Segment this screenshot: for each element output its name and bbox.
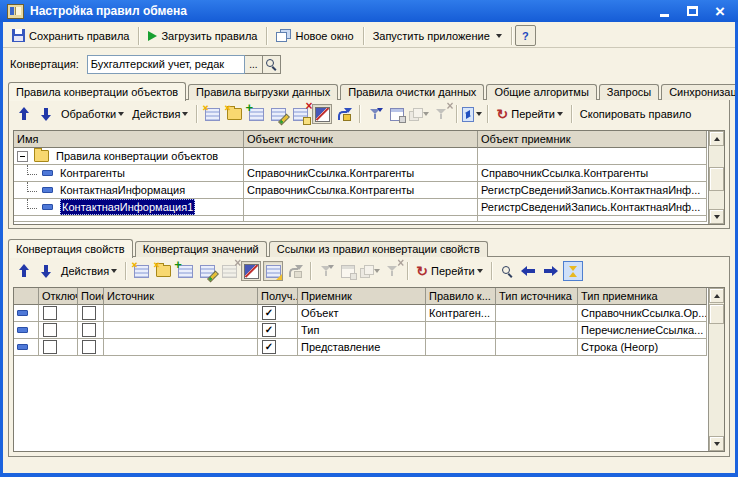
save-rules-button[interactable]: Сохранить правила — [6, 25, 135, 47]
disable-checkbox[interactable] — [43, 306, 57, 320]
conversion-row: Конвертация: ... — [10, 53, 729, 75]
copy-filter-button[interactable] — [409, 104, 429, 124]
move-down-button[interactable] — [36, 104, 56, 124]
column-header-target-object[interactable]: Объект приемник — [478, 131, 707, 148]
column-header-marker[interactable] — [14, 288, 39, 305]
property-row[interactable]: ✓ Представление Строка (Неогр) — [14, 339, 708, 356]
actions-menu-button[interactable]: Действия — [129, 107, 191, 121]
tab-common-algorithms[interactable]: Общие алгоритмы — [486, 84, 596, 100]
processings-menu-button[interactable]: Обработки — [58, 107, 127, 121]
conversion-input[interactable] — [87, 55, 245, 74]
table-row-selected[interactable]: КонтактнаяИнформация1 РегистрСведенийЗап… — [14, 199, 708, 216]
actions-menu-button[interactable]: Действия — [58, 264, 120, 278]
scrollbar-thumb[interactable] — [709, 304, 724, 324]
back-button[interactable] — [519, 261, 539, 281]
filter-settings-button[interactable] — [338, 261, 358, 281]
tree-collapse-icon[interactable] — [17, 151, 28, 162]
search-checkbox[interactable] — [82, 323, 96, 337]
tab-synchronization[interactable]: Синхронизация — [661, 84, 735, 100]
table-row[interactable]: Правила конвертации объектов — [14, 148, 708, 165]
arrow-up-icon — [18, 264, 31, 278]
maximize-button[interactable] — [681, 2, 703, 20]
arrow-left-icon — [521, 265, 536, 277]
search-checkbox[interactable] — [82, 306, 96, 320]
search-button[interactable] — [497, 261, 517, 281]
conversion-browse-button[interactable]: ... — [245, 55, 263, 74]
mark-deletion-toggle-button[interactable] — [241, 261, 261, 281]
sort-filter-icon — [320, 265, 333, 278]
column-header-disable[interactable]: Отключи... — [39, 288, 78, 305]
copy-filter-button[interactable] — [360, 261, 380, 281]
title-bar[interactable]: Настройка правил обмена — [0, 0, 738, 22]
scroll-down-button[interactable] — [709, 209, 724, 224]
column-header-receiver[interactable]: Приемник — [298, 288, 426, 305]
tab-data-export-rules[interactable]: Правила выгрузки данных — [188, 84, 338, 100]
delete-item-button[interactable] — [219, 261, 239, 281]
edit-item-button[interactable] — [268, 104, 288, 124]
column-header-source[interactable]: Источник — [104, 288, 258, 305]
receive-checkbox[interactable]: ✓ — [262, 306, 276, 320]
receive-checkbox[interactable]: ✓ — [262, 340, 276, 354]
column-header-name[interactable]: Имя — [14, 131, 244, 148]
sort-filter-button[interactable] — [365, 104, 385, 124]
property-row[interactable]: ✓ Тип ПеречислениеСсылка... — [14, 322, 708, 339]
scroll-up-button[interactable] — [709, 288, 724, 303]
sort-filter-button[interactable] — [316, 261, 336, 281]
sort-order-button[interactable] — [263, 261, 283, 281]
scroll-down-button[interactable] — [709, 436, 724, 451]
add-group-button[interactable] — [131, 261, 151, 281]
disable-checkbox[interactable] — [43, 323, 57, 337]
column-header-rule[interactable]: Правило к... — [426, 288, 496, 305]
scroll-up-button[interactable] — [709, 131, 724, 146]
exchange-button[interactable] — [462, 104, 482, 124]
add-item-button[interactable] — [246, 104, 266, 124]
run-application-button[interactable]: Запустить приложение — [367, 25, 508, 47]
add-folder-button[interactable] — [224, 104, 244, 124]
clear-filter-button[interactable] — [382, 261, 402, 281]
load-rules-button[interactable]: Загрузить правила — [142, 25, 263, 47]
tab-data-clearing-rules[interactable]: Правила очистки данных — [340, 84, 484, 100]
mark-deletion-toggle-button[interactable] — [312, 104, 332, 124]
add-item-button[interactable] — [175, 261, 195, 281]
tab-object-conversion-rules[interactable]: Правила конвертации объектов — [8, 82, 186, 101]
move-item-button[interactable] — [285, 261, 305, 281]
column-header-search[interactable]: Поиск — [78, 288, 104, 305]
minimize-button[interactable] — [653, 2, 675, 20]
table-row[interactable]: Контрагенты СправочникСсылка.Контрагенты… — [14, 165, 708, 182]
property-row[interactable]: ✓ Объект Контраген... СправочникСсылка.О… — [14, 305, 708, 322]
move-up-button[interactable] — [14, 261, 34, 281]
go-menu-button[interactable]: Перейти — [413, 263, 485, 279]
close-button[interactable] — [709, 2, 731, 20]
disable-checkbox[interactable] — [43, 340, 57, 354]
scrollbar-thumb[interactable] — [709, 167, 724, 191]
tab-queries[interactable]: Запросы — [599, 84, 659, 100]
delete-item-button[interactable] — [290, 104, 310, 124]
edit-item-button[interactable] — [197, 261, 217, 281]
column-header-source-object[interactable]: Объект источник — [244, 131, 478, 148]
vertical-scrollbar[interactable] — [708, 131, 724, 224]
move-up-button[interactable] — [14, 104, 34, 124]
receive-checkbox[interactable]: ✓ — [262, 323, 276, 337]
column-header-target-type[interactable]: Тип приемника — [578, 288, 707, 305]
help-button[interactable]: ? — [515, 25, 536, 46]
search-checkbox[interactable] — [82, 340, 96, 354]
table-row[interactable]: КонтактнаяИнформация СправочникСсылка.Ко… — [14, 182, 708, 199]
copy-rule-button[interactable]: Скопировать правило — [577, 107, 695, 121]
clear-filter-button[interactable] — [431, 104, 451, 124]
filter-settings-button[interactable] — [387, 104, 407, 124]
tab-value-conversion[interactable]: Конвертация значений — [135, 241, 267, 257]
new-window-button[interactable]: Новое окно — [270, 25, 359, 47]
go-menu-button[interactable]: Перейти — [493, 106, 565, 122]
conversion-search-button[interactable] — [263, 55, 281, 74]
column-header-source-type[interactable]: Тип источника — [496, 288, 578, 305]
tab-property-conversion[interactable]: Конвертация свойств — [8, 239, 133, 258]
tab-links-from-property-rules[interactable]: Ссылки из правил конвертации свойств — [269, 241, 488, 257]
column-header-receive[interactable]: Получ... — [258, 288, 298, 305]
add-folder-button[interactable] — [153, 261, 173, 281]
wait-toggle-button[interactable] — [563, 261, 583, 281]
move-down-button[interactable] — [36, 261, 56, 281]
move-item-button[interactable] — [334, 104, 354, 124]
add-group-button[interactable] — [202, 104, 222, 124]
vertical-scrollbar[interactable] — [708, 288, 724, 451]
forward-button[interactable] — [541, 261, 561, 281]
